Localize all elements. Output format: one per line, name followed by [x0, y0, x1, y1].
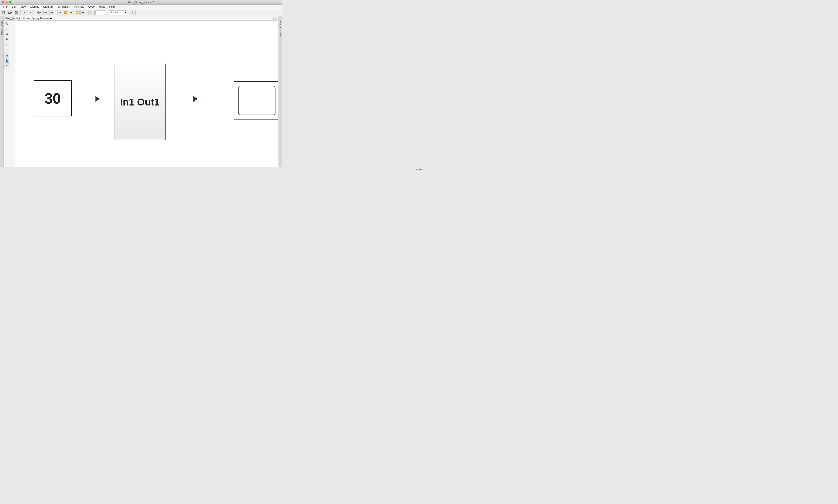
maximize-button[interactable] [9, 1, 12, 3]
text-small-tool[interactable]: a [4, 42, 9, 47]
breadcrumb-dropdown[interactable]: ▾ [274, 17, 277, 20]
main-layout: Model Browser Mass_Spring_Damper 🔍 ⤢ ⇄ A… [0, 16, 282, 167]
bottom-tool-1[interactable]: ▤ [4, 53, 9, 57]
zoom-in-tool[interactable]: 🔍 [4, 21, 9, 26]
close-button[interactable] [2, 1, 4, 3]
simulation-mode-label: Normal [110, 11, 118, 14]
svg-rect-0 [3, 11, 4, 14]
menu-view[interactable]: View [19, 5, 28, 8]
canvas-area[interactable]: ⊞ | Mass_Spring_Damper ▶ ▾ [15, 16, 278, 167]
zoom-button[interactable]: 🔍▾ [88, 10, 95, 15]
separator-1 [20, 11, 21, 15]
options-button[interactable]: ⊕▾ [43, 10, 49, 15]
simulation-mode-dropdown[interactable]: Normal ▾ [109, 10, 127, 15]
run-button[interactable]: ▶ [69, 10, 74, 15]
library-button[interactable]: ▾ [36, 10, 42, 15]
svg-rect-6 [37, 13, 38, 14]
display-button[interactable]: ≡▾ [49, 10, 54, 15]
breadcrumb-expand-icon[interactable]: ⊞ [16, 17, 18, 20]
menu-analysis[interactable]: Analysis [73, 5, 86, 8]
text-large-tool[interactable]: A [4, 37, 9, 41]
svg-rect-3 [16, 13, 17, 14]
menu-tools[interactable]: Tools [97, 5, 107, 8]
separator-6 [129, 11, 129, 15]
undo-button[interactable]: ↩ [22, 10, 27, 15]
step-forward-button[interactable]: ⏩ [75, 10, 80, 15]
menu-code[interactable]: Code [87, 5, 96, 8]
menu-edit[interactable]: Edit [10, 5, 18, 8]
arrow-to-subsystem [95, 96, 100, 102]
nav-breadcrumb: ⊞ | Mass_Spring_Damper ▶ ▾ [15, 16, 278, 21]
breadcrumb-separator: | [19, 17, 20, 20]
property-inspector-label[interactable]: Property Inspector [278, 18, 282, 40]
redo-button[interactable]: ↪ [28, 10, 33, 15]
minimize-button[interactable] [5, 1, 8, 3]
model-browser-panel: Mass_Spring_Damper 🔍 ⤢ ⇄ A a ▢ ▤ 👤 « [4, 16, 15, 167]
window-title: Mass_Spring_Damper * [128, 1, 154, 4]
arrows-tool[interactable]: ⇄ [4, 32, 9, 36]
collapse-tool[interactable]: « [4, 63, 9, 68]
diagram-canvas[interactable]: 30 In1 Out1 [15, 21, 278, 167]
property-inspector-tab[interactable]: Property Inspector [278, 16, 282, 167]
model-browser-label[interactable]: Model Browser [0, 18, 3, 36]
toolbar: ▾ ↩ ↪ ▾ ⊕▾ ≡▾ ⏮ ⏪ ▶ ⏩ ⏹ 🔍▾ 100 Normal ▾ … [0, 9, 282, 16]
menu-simulation[interactable]: Simulation [56, 5, 72, 8]
browser-header: Mass_Spring_Damper [4, 16, 15, 21]
fit-tool[interactable]: ⤢ [4, 26, 9, 31]
breadcrumb-arrow-icon: ▶ [50, 17, 52, 20]
stop-button[interactable]: ⏹ [81, 10, 85, 15]
constant-block-label: 30 [34, 81, 71, 116]
new-button[interactable] [1, 10, 6, 15]
menu-file[interactable]: File [2, 5, 9, 8]
svg-rect-9 [21, 17, 22, 18]
breadcrumb-root[interactable]: Mass_Spring_Damper [24, 17, 49, 20]
arrow-to-scope [193, 96, 197, 102]
left-tools-panel: 🔍 ⤢ ⇄ A a ▢ ▤ 👤 « [4, 21, 10, 69]
svg-rect-7 [39, 13, 40, 14]
window-controls [2, 1, 12, 3]
menu-diagram[interactable]: Diagram [42, 5, 55, 8]
menu-help[interactable]: Help [108, 5, 117, 8]
scope-block[interactable] [233, 82, 278, 120]
menu-display[interactable]: Display [29, 5, 41, 8]
subsystem-block-label: In1 Out1 [115, 64, 165, 140]
svg-rect-4 [37, 11, 38, 12]
open-button[interactable]: ▾ [7, 10, 13, 15]
menu-bar: File Edit View Display Diagram Simulatio… [0, 4, 282, 9]
svg-rect-5 [39, 11, 40, 12]
step-back-button[interactable]: ⏪ [63, 10, 68, 15]
separator-4 [87, 11, 87, 15]
scope-inner [238, 86, 276, 115]
rect-tool[interactable]: ▢ [4, 47, 9, 52]
save-button[interactable] [14, 10, 19, 15]
model-browser-tab[interactable]: Model Browser [0, 16, 4, 167]
chevron-down-icon: ▾ [125, 11, 126, 14]
stop-back-button[interactable]: ⏮ [57, 10, 62, 15]
run-status-button[interactable]: ✓▾ [130, 10, 136, 15]
breadcrumb-icon [21, 17, 23, 20]
bottom-tool-2[interactable]: 👤 [4, 58, 9, 62]
subsystem-block[interactable]: In1 Out1 [114, 64, 165, 140]
title-bar: Mass_Spring_Damper * [0, 0, 282, 4]
zoom-input[interactable]: 100 [95, 10, 106, 15]
constant-block[interactable]: 30 [34, 80, 72, 116]
